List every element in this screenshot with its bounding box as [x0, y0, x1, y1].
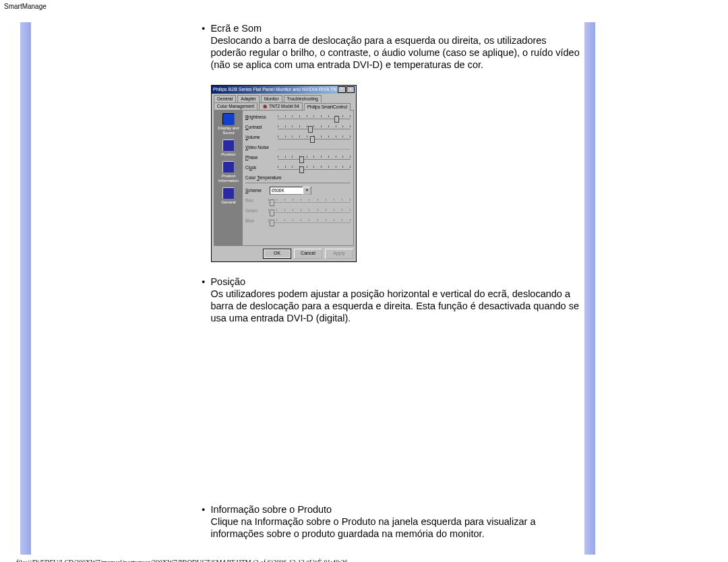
spacer: [202, 324, 582, 499]
bullet-dot-icon: ●: [202, 22, 210, 34]
slider-contrast-row: Contrast: [245, 123, 351, 131]
win-titlebar: Philips B2B Series Flat Panel Monitor an…: [212, 86, 356, 94]
slider-red-row: Red: [245, 197, 351, 205]
slider-blue: [268, 218, 351, 224]
cancel-button[interactable]: Cancel: [294, 249, 322, 259]
ok-button[interactable]: OK: [263, 249, 291, 259]
list-item: ● Posição Os utilizadores podem ajustar …: [202, 276, 582, 500]
content-column: ● Ecrã e Som Deslocando a barra de deslo…: [29, 14, 582, 555]
sidebar-item-label: Display and Sound: [216, 126, 241, 135]
tab-smartcontrol[interactable]: Philips SmartControl: [304, 103, 351, 111]
slider-blue-row: Blue: [245, 217, 351, 225]
section-title: Ecrã e Som: [210, 23, 262, 34]
section-desc: Clique na Informação sobre o Produto na …: [210, 516, 535, 539]
win-help-icon[interactable]: ?: [338, 86, 346, 93]
list-item: ● Informação sobre o Produto Clique na I…: [202, 503, 582, 540]
main-list: ● Ecrã e Som Deslocando a barra de deslo…: [29, 22, 582, 540]
slider-label: Blue: [245, 218, 266, 223]
slider-label: Brightness: [245, 115, 275, 119]
bullet-text: Informação sobre o Produto Clique na Inf…: [210, 503, 582, 540]
monitor-icon: [222, 139, 235, 152]
monitor-icon: [222, 161, 235, 173]
scheme-value: 6500K: [272, 188, 284, 193]
list-item: ● Ecrã e Som Deslocando a barra de deslo…: [202, 22, 582, 262]
tab-troubleshooting[interactable]: Troubleshooting: [284, 95, 322, 102]
scheme-row: Scheme 6500K ▾: [245, 187, 351, 195]
color-temp-heading: Color Temperature: [245, 174, 351, 180]
sidebar-item-display-sound[interactable]: Display and Sound: [216, 113, 241, 135]
slider-volume[interactable]: [278, 135, 351, 140]
page-header-label: SmartManage: [0, 0, 728, 10]
section-title: Informação sobre o Produto: [210, 504, 332, 515]
slider-clock-row: Clock: [245, 164, 351, 172]
page: ● Ecrã e Som Deslocando a barra de deslo…: [0, 10, 728, 555]
sidebar-item-label: Product Information: [216, 174, 241, 183]
slider-phase-row: Phase: [245, 154, 351, 162]
bug-icon: 🐞: [262, 104, 268, 108]
controls-pane: Brightness Contrast: [243, 111, 353, 245]
slider-brightness[interactable]: [278, 115, 351, 120]
slider-brightness-row: Brightness: [245, 113, 351, 121]
sidebar-item-general[interactable]: General: [216, 187, 241, 205]
bullet-dot-icon: ●: [202, 503, 210, 516]
win-title-text: Philips B2B Series Flat Panel Monitor an…: [213, 87, 338, 92]
dialog-button-row: OK Cancel Apply: [212, 246, 356, 261]
section-title: Posição: [210, 276, 245, 287]
slider-label: Red: [245, 198, 266, 203]
tab-tnt2-label: TNT2 Model 64: [269, 104, 299, 108]
page-footer-path: file:///D|/EDFU/LCD/200XW7/manual/portug…: [0, 555, 728, 562]
dialog-screenshot: Philips B2B Series Flat Panel Monitor an…: [211, 85, 582, 262]
slider-label: Volume: [245, 135, 275, 139]
bullet-text: Ecrã e Som Deslocando a barra de desloca…: [210, 22, 582, 71]
left-rail: [0, 14, 29, 555]
slider-label: Green: [245, 208, 266, 213]
tab-general[interactable]: General: [214, 95, 236, 102]
sidebar-item-product-info[interactable]: Product Information: [216, 161, 241, 183]
tab-monitor[interactable]: Monitor: [261, 95, 282, 102]
slider-phase[interactable]: [278, 155, 351, 160]
apply-button: Apply: [325, 249, 353, 259]
monitor-icon: [222, 187, 235, 199]
tab-adapter[interactable]: Adapter: [237, 95, 260, 102]
tab-tnt2[interactable]: 🐞 TNT2 Model 64: [259, 102, 303, 110]
slider-label: Phase: [245, 155, 275, 160]
win-dialog: Philips B2B Series Flat Panel Monitor an…: [211, 85, 357, 262]
slider-clock[interactable]: [278, 165, 351, 170]
slider-green: [268, 208, 351, 214]
slider-label: Contrast: [245, 125, 275, 129]
scheme-label: Scheme: [245, 188, 266, 193]
bullet-dot-icon: ●: [202, 276, 210, 288]
monitor-icon: [222, 113, 235, 125]
slider-volume-row: Volume: [245, 133, 351, 142]
right-stripe: [584, 22, 595, 555]
chevron-down-icon[interactable]: ▾: [303, 187, 311, 195]
section-desc: Deslocando a barra de deslocação para a …: [210, 35, 579, 70]
right-rail: [584, 14, 597, 555]
sidebar-item-label: General: [216, 200, 241, 205]
slider-red: [268, 198, 351, 204]
slider-videonoise-row: Video Noise: [245, 144, 351, 152]
tab-color-management[interactable]: Color Management: [214, 102, 257, 110]
slider-video-noise: [278, 145, 351, 150]
slider-label: Video Noise: [245, 145, 275, 150]
section-desc: Os utilizadores podem ajustar a posição …: [210, 288, 579, 323]
sidebar-item-position[interactable]: Position: [216, 139, 241, 157]
close-icon[interactable]: x: [346, 86, 355, 93]
side-nav: Display and Sound Position Product Infor…: [214, 111, 243, 245]
sidebar-item-label: Position: [216, 152, 241, 157]
bullet-text: Posição Os utilizadores podem ajustar a …: [210, 276, 582, 325]
win-body: Display and Sound Position Product Infor…: [214, 110, 354, 246]
tab-rows: General Adapter Monitor Troubleshooting …: [212, 94, 356, 110]
slider-label: Clock: [245, 165, 275, 170]
scheme-combo[interactable]: 6500K ▾: [270, 187, 311, 195]
slider-contrast[interactable]: [278, 125, 351, 130]
slider-green-row: Green: [245, 207, 351, 215]
divider: [245, 183, 351, 183]
